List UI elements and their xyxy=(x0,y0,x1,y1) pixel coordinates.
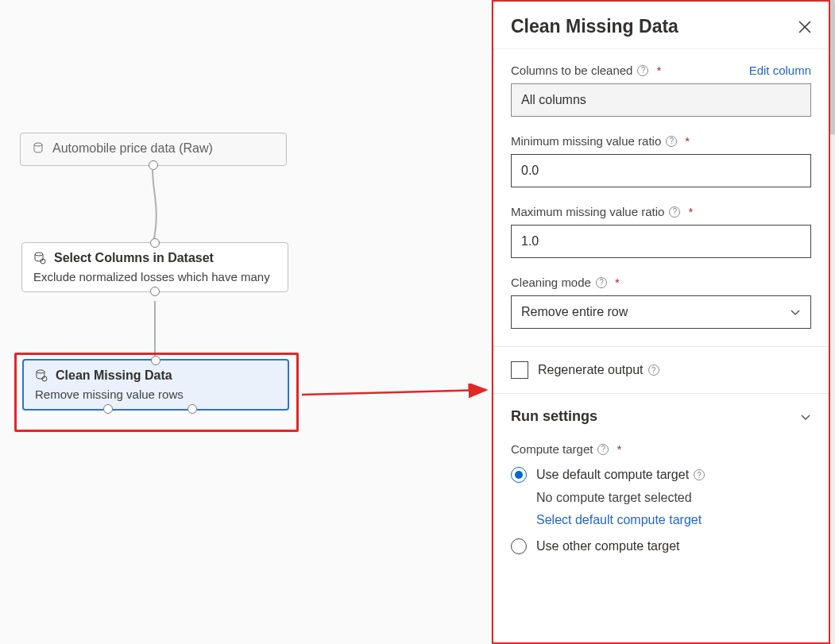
radio-default-compute[interactable] xyxy=(511,467,527,483)
chevron-down-icon xyxy=(790,307,801,318)
edit-column-link[interactable]: Edit column xyxy=(749,64,811,77)
connector-1 xyxy=(143,169,167,242)
panel-title: Clean Missing Data xyxy=(511,16,678,37)
input-port[interactable] xyxy=(151,356,160,365)
compute-target-label: Compute target ? * xyxy=(511,442,811,456)
input-port[interactable] xyxy=(150,238,160,248)
max-ratio-input[interactable] xyxy=(511,225,811,258)
columns-value[interactable] xyxy=(511,83,811,117)
node-title: Clean Missing Data xyxy=(56,368,172,383)
cleaning-mode-value: Remove entire row xyxy=(521,305,628,319)
annotation-arrow xyxy=(302,384,493,403)
output-port[interactable] xyxy=(150,287,160,296)
cleaning-mode-select[interactable]: Remove entire row xyxy=(511,295,811,329)
regenerate-label: Regenerate output ? xyxy=(538,363,659,377)
required-asterisk: * xyxy=(656,64,661,77)
radio-other-compute[interactable] xyxy=(511,538,527,554)
help-icon[interactable]: ? xyxy=(597,444,609,455)
help-icon[interactable]: ? xyxy=(669,206,680,218)
svg-line-5 xyxy=(302,390,486,395)
help-icon[interactable]: ? xyxy=(648,364,659,376)
no-compute-selected-text: No compute target selected xyxy=(536,491,811,505)
columns-label: Columns to be cleaned ? * xyxy=(511,64,661,77)
divider xyxy=(493,346,829,347)
required-asterisk: * xyxy=(685,134,690,148)
select-default-compute-link[interactable]: Select default compute target xyxy=(536,513,702,527)
required-asterisk: * xyxy=(688,205,693,218)
node-description: Remove missing value rows xyxy=(35,388,276,401)
svg-point-0 xyxy=(34,143,42,146)
cleaning-mode-label: Cleaning mode ? * xyxy=(511,276,620,289)
svg-point-1 xyxy=(35,253,43,256)
database-icon xyxy=(32,142,44,155)
node-description: Exclude normalized losses which have man… xyxy=(33,270,276,283)
node-automobile-data[interactable]: Automobile price data (Raw) xyxy=(20,133,287,166)
help-icon[interactable]: ? xyxy=(637,65,648,76)
run-settings-section[interactable]: Run settings xyxy=(511,408,811,425)
output-port-2[interactable] xyxy=(187,404,197,414)
scrollbar[interactable] xyxy=(830,0,835,644)
help-icon[interactable]: ? xyxy=(596,277,607,288)
connector-2 xyxy=(154,301,156,357)
help-icon[interactable]: ? xyxy=(694,469,705,480)
properties-panel: Clean Missing Data Columns to be cleaned… xyxy=(491,0,835,644)
database-gear-icon xyxy=(33,252,46,264)
min-ratio-label: Minimum missing value ratio ? * xyxy=(511,134,690,148)
required-asterisk: * xyxy=(617,442,621,456)
node-title: Select Columns in Dataset xyxy=(54,251,214,265)
chevron-down-icon xyxy=(800,411,811,422)
svg-point-3 xyxy=(37,370,44,373)
max-ratio-label: Maximum missing value ratio ? * xyxy=(511,205,693,218)
help-icon[interactable]: ? xyxy=(666,136,677,147)
section-title: Run settings xyxy=(511,408,597,425)
radio-default-label: Use default compute target ? xyxy=(536,468,705,482)
close-icon[interactable] xyxy=(798,21,811,33)
output-port-1[interactable] xyxy=(103,404,113,414)
divider xyxy=(493,393,829,394)
regenerate-checkbox[interactable] xyxy=(511,361,528,379)
pipeline-canvas[interactable]: Automobile price data (Raw) Select Colum… xyxy=(0,0,491,644)
database-gear-icon xyxy=(35,369,48,382)
node-title: Automobile price data (Raw) xyxy=(52,141,213,156)
radio-other-label: Use other compute target xyxy=(536,539,680,553)
node-clean-missing-data[interactable]: Clean Missing Data Remove missing value … xyxy=(22,359,289,411)
node-select-columns[interactable]: Select Columns in Dataset Exclude normal… xyxy=(21,242,288,292)
min-ratio-input[interactable] xyxy=(511,154,811,187)
required-asterisk: * xyxy=(615,276,620,289)
